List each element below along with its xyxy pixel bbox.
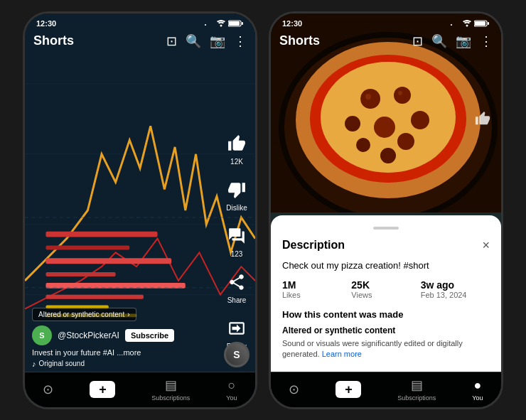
nav-add[interactable]: + xyxy=(90,381,115,398)
svg-point-28 xyxy=(411,111,429,129)
desc-subtitle: Check out my pizza creation! #short xyxy=(282,260,490,271)
nav-subscriptions[interactable]: ▤ Subscriptions xyxy=(151,377,190,402)
svg-point-26 xyxy=(374,117,395,138)
subscriptions-label: Subscriptions xyxy=(151,394,190,402)
dislike-button[interactable]: Dislike xyxy=(224,177,249,212)
like-count: 12K xyxy=(230,158,243,166)
svg-rect-8 xyxy=(45,272,115,276)
stat-time: 3w ago Feb 13, 2024 xyxy=(421,279,490,299)
cast-icon[interactable]: ⊡ xyxy=(166,33,177,49)
desc-header: Description × xyxy=(282,238,490,253)
phone-2: 12:30 Shorts ⊡ 🔍 📷 ⋮ xyxy=(269,11,503,409)
more-icon[interactable]: ⋮ xyxy=(234,33,247,49)
svg-rect-6 xyxy=(45,245,129,249)
music-icon: ♪ xyxy=(32,360,36,368)
channel-avatar: S xyxy=(32,325,52,345)
description-panel: Description × Check out my pizza creatio… xyxy=(271,215,501,372)
spinning-disc: S xyxy=(224,342,249,367)
share-button[interactable]: Share xyxy=(224,269,249,304)
bottom-nav-2: ⊙ + ▤ Subscriptions ● You xyxy=(271,372,501,407)
you-label-2: You xyxy=(472,394,483,402)
nav-you-2[interactable]: ● You xyxy=(472,378,483,402)
drag-handle[interactable] xyxy=(373,227,399,230)
shorts-header: Shorts ⊡ 🔍 📷 ⋮ xyxy=(25,14,255,55)
home-icon-2: ⊙ xyxy=(289,382,299,397)
svg-point-32 xyxy=(365,94,371,99)
svg-rect-5 xyxy=(45,231,157,237)
side-actions-2 xyxy=(470,106,495,131)
altered-content-label: Altered or synthetic content xyxy=(282,325,490,335)
close-button[interactable]: × xyxy=(482,238,490,253)
video-info: Altered or synthetic content › S @StockP… xyxy=(32,308,215,368)
subscriptions-icon-2: ▤ xyxy=(411,377,423,393)
desc-title: Description xyxy=(282,239,345,252)
phone-1: 12:30 Shorts ⊡ 🔍 📷 ⋮ 12K xyxy=(23,11,257,409)
comment-count: 123 xyxy=(231,250,243,258)
learn-more-link[interactable]: Learn more xyxy=(322,350,362,358)
cast-icon-2[interactable]: ⊡ xyxy=(412,33,423,49)
time-value: 3w ago xyxy=(421,279,490,291)
svg-rect-7 xyxy=(45,258,171,264)
channel-name[interactable]: @StockPickerAI xyxy=(58,330,119,340)
svg-point-31 xyxy=(380,148,396,163)
nav-home[interactable]: ⊙ xyxy=(43,382,53,397)
sound-row: ♪ Original sound xyxy=(32,360,215,368)
shorts-header-2: Shorts ⊡ 🔍 📷 ⋮ xyxy=(271,14,501,55)
shorts-title-2: Shorts xyxy=(279,33,320,48)
side-actions: 12K Dislike 123 Share xyxy=(224,131,249,350)
stats-row: 1M Likes 25K Views 3w ago Feb 13, 2024 xyxy=(282,279,490,299)
nav-you[interactable]: ○ You xyxy=(226,378,237,402)
nav-home-2[interactable]: ⊙ xyxy=(289,382,299,397)
nav-subscriptions-2[interactable]: ▤ Subscriptions xyxy=(397,377,436,402)
altered-section: Altered or synthetic content Sound or vi… xyxy=(282,325,490,360)
header-icons: ⊡ 🔍 📷 ⋮ xyxy=(166,33,247,49)
altered-badge[interactable]: Altered or synthetic content › xyxy=(32,308,136,321)
svg-point-29 xyxy=(356,138,370,152)
svg-point-25 xyxy=(394,87,411,104)
you-label: You xyxy=(226,394,237,402)
shorts-title: Shorts xyxy=(33,33,74,48)
how-made-title: How this content was made xyxy=(282,309,490,320)
header-icons-2: ⊡ 🔍 📷 ⋮ xyxy=(412,33,493,49)
svg-point-33 xyxy=(398,91,402,95)
video-description: Invest in your future #AI ...more xyxy=(32,348,215,357)
share-label: Share xyxy=(227,296,247,304)
subscribe-button[interactable]: Subscribe xyxy=(125,329,174,342)
nav-add-2[interactable]: + xyxy=(336,381,361,398)
likes-value: 1M xyxy=(282,279,351,291)
you-icon-2: ● xyxy=(473,378,481,393)
bottom-nav: ⊙ + ▤ Subscriptions ○ You xyxy=(25,372,255,407)
subscriptions-label-2: Subscriptions xyxy=(397,394,436,402)
views-value: 25K xyxy=(351,279,420,291)
more-icon-2[interactable]: ⋮ xyxy=(480,33,493,49)
likes-label: Likes xyxy=(282,291,351,299)
altered-description: Sound or visuals were significantly edit… xyxy=(282,338,490,360)
svg-rect-10 xyxy=(45,294,143,298)
comment-button[interactable]: 123 xyxy=(224,223,249,258)
subscriptions-icon: ▤ xyxy=(165,377,177,393)
dislike-label: Dislike xyxy=(226,204,247,212)
like-button[interactable]: 12K xyxy=(224,131,249,166)
views-label: Views xyxy=(351,291,420,299)
search-icon[interactable]: 🔍 xyxy=(186,33,201,49)
svg-point-30 xyxy=(397,133,414,150)
svg-point-24 xyxy=(360,89,380,109)
camera-icon[interactable]: 📷 xyxy=(210,33,225,49)
channel-row: S @StockPickerAI Subscribe xyxy=(32,325,215,345)
camera-icon-2[interactable]: 📷 xyxy=(456,33,471,49)
add-icon: + xyxy=(90,381,115,398)
sound-text: Original sound xyxy=(39,360,85,367)
home-icon: ⊙ xyxy=(43,382,53,397)
add-icon-2: + xyxy=(336,381,361,398)
like-btn-2[interactable] xyxy=(470,106,495,131)
search-icon-2[interactable]: 🔍 xyxy=(431,33,447,49)
time-label: Feb 13, 2024 xyxy=(421,291,490,299)
you-icon: ○ xyxy=(227,378,235,393)
stat-likes: 1M Likes xyxy=(282,279,351,299)
svg-point-27 xyxy=(345,116,360,131)
stat-views: 25K Views xyxy=(351,279,420,299)
